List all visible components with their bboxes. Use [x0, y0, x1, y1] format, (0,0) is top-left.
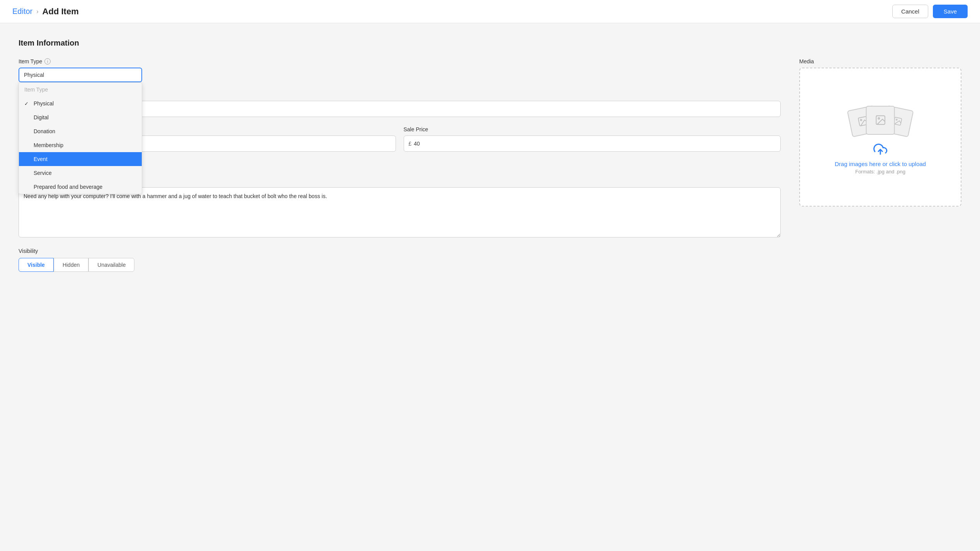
item-type-dropdown: Item Type ✓ Physical Digital Donation [19, 82, 142, 194]
cancel-button[interactable]: Cancel [892, 5, 928, 18]
upload-arrow-icon [873, 142, 887, 158]
form-right: Media [799, 58, 961, 272]
visibility-label: Visibility [19, 248, 781, 254]
section-title: Item Information [19, 39, 961, 47]
visibility-tabs: Visible Hidden Unavailable [19, 258, 781, 272]
svg-point-14 [860, 119, 862, 120]
upload-formats: Formats: .jpg and .png [855, 169, 905, 175]
header-actions: Cancel Save [892, 5, 968, 18]
dropdown-item-event[interactable]: Event [19, 152, 142, 166]
breadcrumb: Editor › Add Item [12, 7, 79, 17]
upload-text: Drag images here or click to upload [835, 161, 926, 167]
item-type-select[interactable]: Physical [19, 68, 142, 82]
dropdown-item-prepared[interactable]: Prepared food and beverage [19, 180, 142, 194]
media-photo-icons [846, 100, 915, 135]
dropdown-placeholder: Item Type [19, 83, 142, 97]
save-button[interactable]: Save [933, 5, 968, 18]
visibility-tab-visible[interactable]: Visible [19, 258, 54, 272]
item-type-wrapper: Physical Item Type ✓ Physical Digital [19, 68, 142, 82]
svg-point-16 [878, 118, 880, 119]
media-label: Media [799, 58, 961, 64]
check-physical: ✓ [24, 101, 31, 107]
sale-price-field: Sale Price £ [404, 126, 781, 152]
photo-card-center [866, 106, 895, 135]
dropdown-item-donation[interactable]: Donation [19, 124, 142, 138]
sale-price-label: Sale Price [404, 126, 781, 132]
dropdown-item-physical[interactable]: ✓ Physical [19, 97, 142, 110]
item-type-label: Item Type i [19, 58, 781, 64]
description-textarea[interactable]: Need any help with your computer? I'll c… [19, 187, 781, 237]
breadcrumb-editor-link[interactable]: Editor [12, 7, 32, 16]
header: Editor › Add Item Cancel Save [0, 0, 980, 23]
dropdown-item-service[interactable]: Service [19, 166, 142, 180]
chevron-right-icon: › [36, 8, 38, 15]
visibility-section: Visibility Visible Hidden Unavailable [19, 248, 781, 272]
sale-price-currency: £ [409, 141, 412, 147]
form-left: Item Type i Physical Item Type ✓ Physica… [19, 58, 781, 272]
item-type-selected-value: Physical [24, 72, 44, 78]
dropdown-item-membership[interactable]: Membership [19, 138, 142, 152]
media-upload-area[interactable]: Drag images here or click to upload Form… [799, 68, 961, 207]
visibility-tab-unavailable[interactable]: Unavailable [88, 258, 134, 272]
sale-price-input[interactable] [414, 141, 776, 147]
form-layout: Item Type i Physical Item Type ✓ Physica… [19, 58, 961, 272]
main-content: Item Information Item Type i Physical It… [0, 23, 980, 551]
item-type-info-icon[interactable]: i [44, 58, 51, 64]
visibility-tab-hidden[interactable]: Hidden [54, 258, 88, 272]
page-title: Add Item [42, 7, 79, 17]
photo-icon-center [875, 114, 886, 126]
svg-point-18 [896, 119, 898, 120]
dropdown-item-digital[interactable]: Digital [19, 110, 142, 124]
sale-price-input-wrapper: £ [404, 136, 781, 152]
item-type-group: Item Type i Physical Item Type ✓ Physica… [19, 58, 781, 82]
